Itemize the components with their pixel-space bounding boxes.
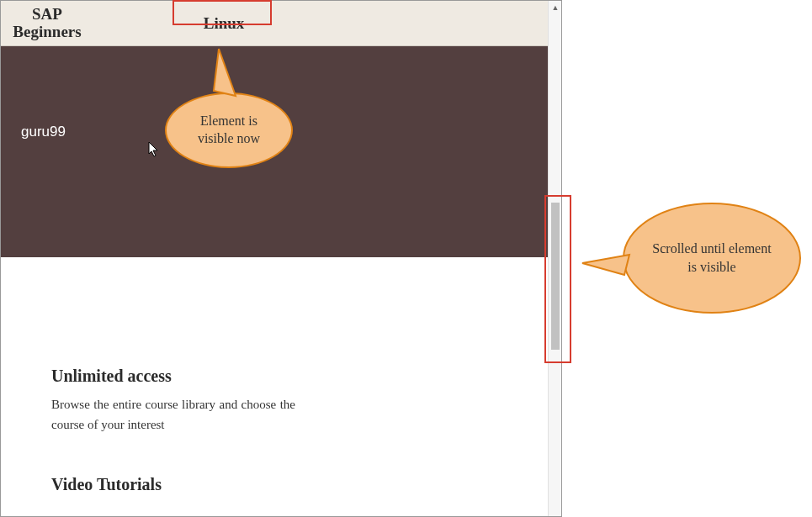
heading-unlimited-access: Unlimited access [51,367,528,386]
nav-item-sap[interactable]: SAP Beginners [1,6,93,41]
page-container: SAP Beginners Linux guru99 Unlimited acc… [0,0,562,517]
callout-scrolled-visible: Scrolled until element is visible [623,203,801,314]
scrollbar-track[interactable]: ▲ [548,1,561,516]
callout-element-visible: Element is visible now [165,92,293,168]
callout-bubble-2: Scrolled until element is visible [623,203,801,314]
nav-sap-line2: Beginners [1,24,93,41]
nav-bar: SAP Beginners Linux [1,1,561,46]
paragraph-unlimited-access: Browse the entire course library and cho… [51,394,295,435]
callout-bubble-1: Element is visible now [165,92,293,168]
scrollbar-thumb[interactable] [551,203,560,350]
hero-logo-text: guru99 [21,124,66,140]
heading-video-tutorials: Video Tutorials [51,475,528,494]
callout-tail-icon [212,47,246,98]
callout-tail-icon [581,250,631,283]
nav-item-linux[interactable]: Linux [178,14,270,33]
content-area: Unlimited access Browse the entire cours… [1,257,561,503]
scrollbar-up-arrow-icon[interactable]: ▲ [549,1,562,14]
nav-sap-line1: SAP [1,6,93,24]
